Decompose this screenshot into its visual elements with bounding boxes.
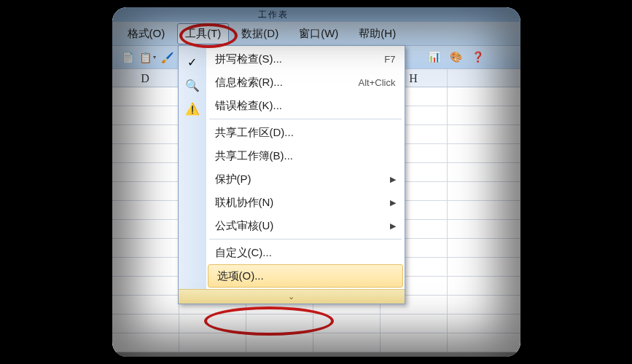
copy-icon[interactable]: 📄 xyxy=(120,49,137,66)
chart-icon[interactable]: 📊 xyxy=(426,48,443,66)
menuitem-error-check[interactable]: 错误检查(K)... xyxy=(206,94,405,117)
cell[interactable] xyxy=(112,201,179,219)
cell[interactable] xyxy=(246,314,313,333)
cell[interactable] xyxy=(112,106,179,124)
menu-bar: 格式(O) 工具(T) 数据(D) 窗口(W) 帮助(H) xyxy=(112,22,520,45)
window-titlebar: 工作表 xyxy=(112,7,520,22)
menuitem-protection[interactable]: 保护(P) ▶ xyxy=(206,167,405,191)
dropdown-list: 拼写检查(S)... F7 信息检索(R)... Alt+Click 错误检查(… xyxy=(206,46,405,289)
cell[interactable] xyxy=(112,277,179,295)
expand-chevron-icon: ⌄ xyxy=(288,292,294,301)
cell[interactable] xyxy=(381,314,448,333)
cell[interactable] xyxy=(112,333,179,352)
cell[interactable] xyxy=(313,314,381,333)
cell[interactable] xyxy=(112,220,179,238)
menu-help[interactable]: 帮助(H) xyxy=(351,23,404,44)
cell[interactable] xyxy=(313,333,381,352)
menu-format[interactable]: 格式(O) xyxy=(120,23,173,44)
dropdown-separator xyxy=(209,119,402,119)
menuitem-share-workbook[interactable]: 共享工作簿(B)... xyxy=(206,144,405,167)
cell[interactable] xyxy=(112,239,179,257)
menuitem-formula-auditing[interactable]: 公式审核(U) ▶ xyxy=(206,214,405,237)
cell[interactable] xyxy=(112,163,179,181)
menuitem-customize[interactable]: 自定义(C)... xyxy=(206,241,405,264)
dropdown-icon-column: ✓ 🔍 ⚠️ xyxy=(179,46,206,289)
submenu-arrow-icon: ▶ xyxy=(390,175,396,184)
submenu-arrow-icon: ▶ xyxy=(390,198,396,207)
submenu-arrow-icon: ▶ xyxy=(390,221,396,231)
spellcheck-icon: ✓ xyxy=(179,50,206,74)
cell[interactable] xyxy=(381,333,448,352)
cell[interactable] xyxy=(112,182,179,200)
dropdown-expand-button[interactable]: ⌄ xyxy=(179,289,405,304)
cell[interactable] xyxy=(179,333,246,352)
menu-tools[interactable]: 工具(T) xyxy=(177,23,229,44)
col-header[interactable]: D xyxy=(112,69,179,87)
cell[interactable] xyxy=(112,296,179,314)
menuitem-spelling[interactable]: 拼写检查(S)... F7 xyxy=(206,47,405,71)
title-text: 工作表 xyxy=(258,9,289,20)
menuitem-shared-workspace[interactable]: 共享工作区(D)... xyxy=(206,121,405,144)
error-check-icon: ⚠️ xyxy=(179,97,206,120)
cell[interactable] xyxy=(179,314,246,333)
drawing-icon[interactable]: 🎨 xyxy=(448,48,465,66)
cell[interactable] xyxy=(112,144,179,162)
menuitem-research[interactable]: 信息检索(R)... Alt+Click xyxy=(206,71,405,94)
menuitem-online-collab[interactable]: 联机协作(N) ▶ xyxy=(206,191,405,214)
cell[interactable] xyxy=(112,125,179,143)
table-row xyxy=(112,333,520,352)
tools-dropdown: ✓ 🔍 ⚠️ 拼写检查(S)... F7 信息检索(R)... Alt+Clic… xyxy=(178,45,405,304)
paste-icon[interactable]: 📋 xyxy=(139,49,157,66)
cell[interactable] xyxy=(112,87,179,106)
menu-data[interactable]: 数据(D) xyxy=(233,23,286,44)
dropdown-separator xyxy=(209,239,402,240)
cell[interactable] xyxy=(246,333,313,352)
research-icon: 🔍 xyxy=(179,74,206,97)
table-row xyxy=(112,314,520,333)
cell[interactable] xyxy=(112,258,179,276)
menuitem-options[interactable]: 选项(O)... xyxy=(208,264,403,288)
format-painter-icon[interactable]: 🖌️ xyxy=(159,49,176,66)
menu-window[interactable]: 窗口(W) xyxy=(291,23,346,44)
help-icon[interactable]: ❓ xyxy=(469,48,487,66)
toolbar-right: 📊 🎨 ❓ xyxy=(426,48,487,66)
cell[interactable] xyxy=(112,314,179,333)
